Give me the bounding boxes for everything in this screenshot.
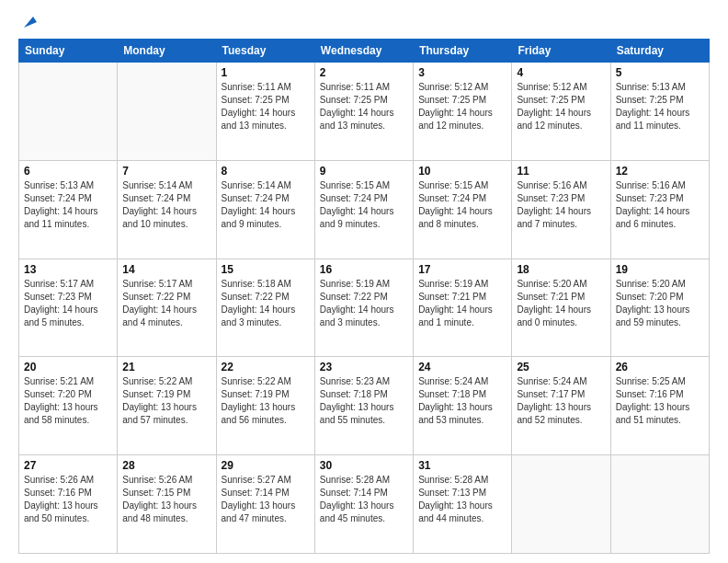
day-number: 23 <box>320 361 408 373</box>
calendar-cell: 30Sunrise: 5:28 AM Sunset: 7:14 PM Dayli… <box>314 455 413 554</box>
day-number: 17 <box>418 263 506 276</box>
weekday-thursday: Thursday <box>414 40 512 63</box>
calendar-cell: 6Sunrise: 5:13 AM Sunset: 7:24 PM Daylig… <box>19 160 118 259</box>
calendar-cell: 9Sunrise: 5:15 AM Sunset: 7:24 PM Daylig… <box>314 160 413 259</box>
day-info: Sunrise: 5:22 AM Sunset: 7:19 PM Dayligh… <box>122 375 210 427</box>
day-number: 2 <box>320 66 408 79</box>
calendar-cell: 31Sunrise: 5:28 AM Sunset: 7:13 PM Dayli… <box>414 455 512 554</box>
calendar-cell: 21Sunrise: 5:22 AM Sunset: 7:19 PM Dayli… <box>118 357 216 455</box>
day-info: Sunrise: 5:24 AM Sunset: 7:17 PM Dayligh… <box>517 375 605 427</box>
day-info: Sunrise: 5:13 AM Sunset: 7:24 PM Dayligh… <box>24 179 112 231</box>
calendar-cell: 1Sunrise: 5:11 AM Sunset: 7:25 PM Daylig… <box>216 63 314 161</box>
day-info: Sunrise: 5:19 AM Sunset: 7:21 PM Dayligh… <box>418 278 506 329</box>
day-number: 18 <box>517 263 605 276</box>
day-number: 28 <box>122 459 210 472</box>
calendar-cell: 24Sunrise: 5:24 AM Sunset: 7:18 PM Dayli… <box>414 357 512 455</box>
day-number: 16 <box>320 263 408 276</box>
calendar-cell <box>118 63 216 161</box>
day-number: 27 <box>24 459 112 472</box>
day-info: Sunrise: 5:12 AM Sunset: 7:25 PM Dayligh… <box>517 81 605 132</box>
calendar-cell: 14Sunrise: 5:17 AM Sunset: 7:22 PM Dayli… <box>118 259 216 357</box>
day-info: Sunrise: 5:25 AM Sunset: 7:16 PM Dayligh… <box>616 375 704 427</box>
weekday-saturday: Saturday <box>610 40 709 63</box>
header <box>18 15 710 29</box>
day-info: Sunrise: 5:14 AM Sunset: 7:24 PM Dayligh… <box>122 179 210 231</box>
calendar-cell: 27Sunrise: 5:26 AM Sunset: 7:16 PM Dayli… <box>19 455 118 554</box>
calendar-cell: 15Sunrise: 5:18 AM Sunset: 7:22 PM Dayli… <box>216 259 314 357</box>
weekday-header-row: SundayMondayTuesdayWednesdayThursdayFrid… <box>19 40 710 63</box>
calendar-cell: 8Sunrise: 5:14 AM Sunset: 7:24 PM Daylig… <box>216 160 314 259</box>
weekday-tuesday: Tuesday <box>216 40 314 63</box>
calendar-cell: 10Sunrise: 5:15 AM Sunset: 7:24 PM Dayli… <box>414 160 512 259</box>
day-info: Sunrise: 5:22 AM Sunset: 7:19 PM Dayligh… <box>222 375 310 427</box>
weekday-monday: Monday <box>118 40 216 63</box>
day-number: 8 <box>222 165 310 178</box>
day-info: Sunrise: 5:20 AM Sunset: 7:21 PM Dayligh… <box>517 278 605 329</box>
day-number: 21 <box>122 361 210 373</box>
day-number: 15 <box>222 263 310 276</box>
calendar-cell: 5Sunrise: 5:13 AM Sunset: 7:25 PM Daylig… <box>610 63 709 161</box>
day-number: 26 <box>616 361 704 373</box>
calendar-cell: 25Sunrise: 5:24 AM Sunset: 7:17 PM Dayli… <box>512 357 610 455</box>
day-info: Sunrise: 5:11 AM Sunset: 7:25 PM Dayligh… <box>320 81 408 132</box>
day-info: Sunrise: 5:19 AM Sunset: 7:22 PM Dayligh… <box>320 278 408 329</box>
day-info: Sunrise: 5:16 AM Sunset: 7:23 PM Dayligh… <box>616 179 704 231</box>
weekday-friday: Friday <box>512 40 610 63</box>
week-row-3: 13Sunrise: 5:17 AM Sunset: 7:23 PM Dayli… <box>19 259 710 357</box>
calendar-cell: 12Sunrise: 5:16 AM Sunset: 7:23 PM Dayli… <box>610 160 709 259</box>
day-number: 22 <box>222 361 310 373</box>
calendar-cell <box>610 455 709 554</box>
calendar-cell: 19Sunrise: 5:20 AM Sunset: 7:20 PM Dayli… <box>610 259 709 357</box>
calendar-cell: 29Sunrise: 5:27 AM Sunset: 7:14 PM Dayli… <box>216 455 314 554</box>
day-number: 24 <box>418 361 506 373</box>
day-number: 7 <box>122 165 210 178</box>
calendar-cell: 7Sunrise: 5:14 AM Sunset: 7:24 PM Daylig… <box>118 160 216 259</box>
day-info: Sunrise: 5:17 AM Sunset: 7:23 PM Dayligh… <box>24 278 112 329</box>
day-number: 13 <box>24 263 112 276</box>
week-row-1: 1Sunrise: 5:11 AM Sunset: 7:25 PM Daylig… <box>19 63 710 161</box>
calendar-cell: 26Sunrise: 5:25 AM Sunset: 7:16 PM Dayli… <box>610 357 709 455</box>
day-number: 14 <box>122 263 210 276</box>
calendar-table: SundayMondayTuesdayWednesdayThursdayFrid… <box>18 39 710 554</box>
calendar-cell <box>512 455 610 554</box>
day-number: 9 <box>320 165 408 178</box>
day-info: Sunrise: 5:28 AM Sunset: 7:13 PM Dayligh… <box>418 474 506 525</box>
day-number: 19 <box>616 263 704 276</box>
calendar-cell: 28Sunrise: 5:26 AM Sunset: 7:15 PM Dayli… <box>118 455 216 554</box>
day-info: Sunrise: 5:11 AM Sunset: 7:25 PM Dayligh… <box>222 81 310 132</box>
svg-marker-0 <box>24 17 37 28</box>
calendar-cell: 17Sunrise: 5:19 AM Sunset: 7:21 PM Dayli… <box>414 259 512 357</box>
week-row-2: 6Sunrise: 5:13 AM Sunset: 7:24 PM Daylig… <box>19 160 710 259</box>
logo-icon <box>20 13 37 29</box>
day-number: 12 <box>616 165 704 178</box>
week-row-4: 20Sunrise: 5:21 AM Sunset: 7:20 PM Dayli… <box>19 357 710 455</box>
day-info: Sunrise: 5:12 AM Sunset: 7:25 PM Dayligh… <box>418 81 506 132</box>
weekday-sunday: Sunday <box>19 40 118 63</box>
day-number: 6 <box>24 165 112 178</box>
day-info: Sunrise: 5:15 AM Sunset: 7:24 PM Dayligh… <box>418 179 506 231</box>
day-info: Sunrise: 5:20 AM Sunset: 7:20 PM Dayligh… <box>616 278 704 329</box>
day-info: Sunrise: 5:17 AM Sunset: 7:22 PM Dayligh… <box>122 278 210 329</box>
day-info: Sunrise: 5:14 AM Sunset: 7:24 PM Dayligh… <box>222 179 310 231</box>
day-info: Sunrise: 5:26 AM Sunset: 7:15 PM Dayligh… <box>122 474 210 525</box>
day-info: Sunrise: 5:15 AM Sunset: 7:24 PM Dayligh… <box>320 179 408 231</box>
day-info: Sunrise: 5:23 AM Sunset: 7:18 PM Dayligh… <box>320 375 408 427</box>
day-number: 3 <box>418 66 506 79</box>
calendar-cell: 22Sunrise: 5:22 AM Sunset: 7:19 PM Dayli… <box>216 357 314 455</box>
weekday-wednesday: Wednesday <box>314 40 413 63</box>
calendar-cell: 20Sunrise: 5:21 AM Sunset: 7:20 PM Dayli… <box>19 357 118 455</box>
calendar-cell: 18Sunrise: 5:20 AM Sunset: 7:21 PM Dayli… <box>512 259 610 357</box>
day-number: 11 <box>517 165 605 178</box>
calendar-cell: 3Sunrise: 5:12 AM Sunset: 7:25 PM Daylig… <box>414 63 512 161</box>
logo <box>18 15 37 29</box>
calendar-cell: 11Sunrise: 5:16 AM Sunset: 7:23 PM Dayli… <box>512 160 610 259</box>
day-info: Sunrise: 5:16 AM Sunset: 7:23 PM Dayligh… <box>517 179 605 231</box>
day-number: 4 <box>517 66 605 79</box>
day-info: Sunrise: 5:28 AM Sunset: 7:14 PM Dayligh… <box>320 474 408 525</box>
day-info: Sunrise: 5:27 AM Sunset: 7:14 PM Dayligh… <box>222 474 310 525</box>
week-row-5: 27Sunrise: 5:26 AM Sunset: 7:16 PM Dayli… <box>19 455 710 554</box>
calendar-cell: 4Sunrise: 5:12 AM Sunset: 7:25 PM Daylig… <box>512 63 610 161</box>
day-number: 20 <box>24 361 112 373</box>
calendar-cell: 2Sunrise: 5:11 AM Sunset: 7:25 PM Daylig… <box>314 63 413 161</box>
day-info: Sunrise: 5:26 AM Sunset: 7:16 PM Dayligh… <box>24 474 112 525</box>
